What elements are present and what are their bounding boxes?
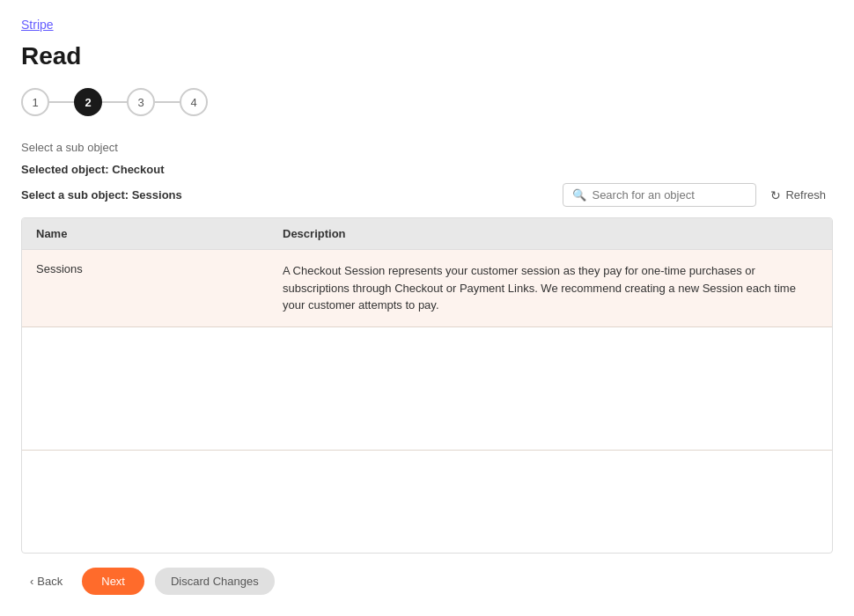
sub-object-title: Select a sub object: Sessions xyxy=(21,188,182,202)
table-row-empty xyxy=(22,327,832,451)
refresh-button[interactable]: ↻ Refresh xyxy=(763,184,833,207)
sub-object-label: Select a sub object xyxy=(21,141,833,154)
refresh-icon: ↻ xyxy=(770,188,781,202)
discard-button[interactable]: Discard Changes xyxy=(155,568,275,595)
table-row[interactable]: Sessions A Checkout Session represents y… xyxy=(22,250,832,327)
step-1[interactable]: 1 xyxy=(21,88,49,116)
table-cell-name: Sessions xyxy=(22,250,269,326)
step-connector-1 xyxy=(49,101,74,103)
step-connector-2 xyxy=(102,101,127,103)
footer: ‹ Back Next Discard Changes xyxy=(21,554,833,598)
back-label: Back xyxy=(37,575,63,588)
search-box[interactable]: 🔍 xyxy=(563,183,756,207)
step-4[interactable]: 4 xyxy=(180,88,208,116)
search-icon: 🔍 xyxy=(572,188,586,202)
next-button[interactable]: Next xyxy=(82,568,144,595)
search-refresh-group: 🔍 ↻ Refresh xyxy=(563,183,833,207)
search-input[interactable] xyxy=(592,188,747,202)
col-header-name: Name xyxy=(22,218,269,249)
step-connector-3 xyxy=(155,101,180,103)
back-button[interactable]: ‹ Back xyxy=(21,568,71,595)
page-title: Read xyxy=(21,42,833,70)
table-header: Name Description xyxy=(22,218,832,250)
sub-object-row: Select a sub object: Sessions 🔍 ↻ Refres… xyxy=(21,183,833,207)
table-cell-description: A Checkout Session represents your custo… xyxy=(269,250,832,326)
table-container: Name Description Sessions A Checkout Ses… xyxy=(21,217,833,554)
selected-object-label: Selected object: Checkout xyxy=(21,163,833,176)
refresh-label: Refresh xyxy=(785,188,826,202)
stripe-breadcrumb[interactable]: Stripe xyxy=(21,18,833,32)
col-header-description: Description xyxy=(269,218,832,249)
back-chevron-icon: ‹ xyxy=(30,575,33,588)
stepper: 1 2 3 4 xyxy=(21,88,833,116)
step-3[interactable]: 3 xyxy=(127,88,155,116)
step-2[interactable]: 2 xyxy=(74,88,102,116)
